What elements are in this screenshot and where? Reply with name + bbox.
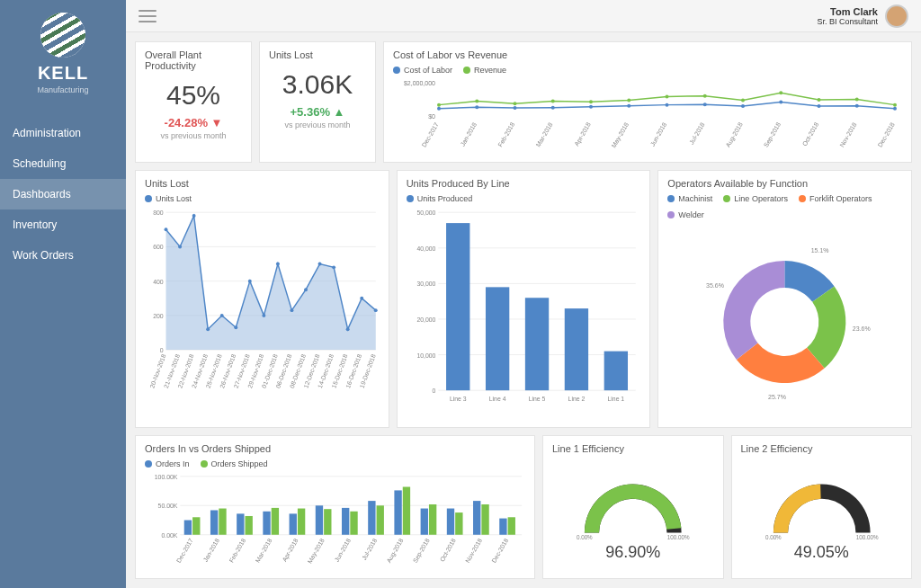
nav-item-inventory[interactable]: Inventory — [0, 209, 126, 240]
svg-text:50.00K: 50.00K — [158, 503, 178, 509]
user-block[interactable]: Tom Clark Sr. BI Consultant — [817, 4, 908, 28]
legend-item: Line Operators — [723, 194, 788, 203]
kpi-value: 3.06K — [269, 69, 366, 100]
svg-point-10 — [741, 104, 745, 108]
card-title: Units Lost — [145, 178, 380, 189]
svg-text:40,000: 40,000 — [416, 245, 435, 252]
svg-text:Line 2: Line 2 — [568, 396, 585, 402]
nav-item-administration[interactable]: Administration — [0, 118, 126, 148]
svg-rect-118 — [210, 510, 218, 534]
svg-text:Line 3: Line 3 — [450, 396, 467, 402]
user-name: Tom Clark — [817, 6, 878, 17]
svg-rect-134 — [350, 512, 357, 535]
legend-item: Welder — [667, 210, 703, 219]
svg-text:Aug-2018: Aug-2018 — [386, 538, 406, 565]
svg-point-4 — [514, 106, 517, 110]
card-orders: Orders In vs Orders Shipped Orders In Or… — [135, 435, 535, 579]
legend: Cost of Labor Revenue — [393, 66, 902, 75]
svg-point-14 — [893, 107, 897, 111]
svg-rect-122 — [245, 516, 252, 535]
svg-text:$0: $0 — [428, 113, 435, 120]
svg-text:Feb-2018: Feb-2018 — [496, 121, 515, 148]
card-line2-eff: Line 2 Efficiency 0.00%100.00% 49.05% — [731, 435, 913, 579]
svg-rect-130 — [316, 505, 323, 534]
svg-point-63 — [332, 265, 335, 269]
svg-point-24 — [779, 91, 782, 94]
svg-text:Dec-2018: Dec-2018 — [490, 538, 509, 564]
svg-text:May-2018: May-2018 — [307, 538, 326, 566]
legend-item: Units Produced — [407, 194, 473, 203]
svg-point-51 — [165, 227, 168, 231]
nav-item-work-orders[interactable]: Work Orders — [0, 240, 126, 271]
svg-point-2 — [437, 107, 441, 111]
svg-text:Apr-2018: Apr-2018 — [573, 121, 592, 147]
nav-item-scheduling[interactable]: Scheduling — [0, 148, 126, 179]
kpi-delta: -24.28% ▼ — [145, 116, 242, 129]
svg-rect-127 — [290, 513, 297, 534]
svg-point-27 — [893, 103, 897, 107]
card-title: Line 2 Efficiency — [741, 443, 903, 454]
svg-point-17 — [514, 102, 517, 105]
svg-text:Jun-2018: Jun-2018 — [649, 121, 668, 147]
card-operators: Operators Available by Function Machinis… — [657, 170, 912, 428]
svg-text:200: 200 — [153, 313, 164, 319]
svg-rect-131 — [324, 509, 331, 535]
svg-point-13 — [855, 104, 859, 108]
svg-point-6 — [589, 105, 593, 109]
svg-text:30,000: 30,000 — [416, 281, 435, 287]
svg-rect-145 — [447, 509, 454, 535]
nav-item-dashboards[interactable]: Dashboards — [0, 179, 126, 209]
legend-item: Orders Shipped — [201, 459, 268, 468]
svg-text:0.00%: 0.00% — [765, 534, 781, 540]
legend-item: Revenue — [463, 66, 506, 75]
svg-rect-116 — [192, 517, 200, 534]
svg-rect-115 — [184, 521, 192, 535]
svg-rect-140 — [403, 487, 410, 535]
svg-text:Aug-2018: Aug-2018 — [725, 121, 745, 148]
sidebar: KELL Manufacturing AdministrationSchedul… — [0, 0, 126, 588]
svg-point-12 — [818, 104, 821, 108]
svg-text:100.00K: 100.00K — [155, 474, 178, 480]
svg-rect-121 — [237, 513, 244, 534]
svg-text:Dec-2018: Dec-2018 — [877, 121, 896, 148]
svg-rect-146 — [455, 512, 462, 535]
svg-rect-95 — [446, 223, 469, 390]
svg-point-5 — [551, 106, 555, 110]
svg-text:Jul-2018: Jul-2018 — [688, 121, 706, 146]
row-kpi: Overall Plant Productivity 45% -24.28% ▼… — [135, 41, 912, 163]
card-title: Units Lost — [269, 49, 366, 60]
svg-rect-137 — [377, 505, 384, 534]
legend: Units Lost — [145, 194, 380, 203]
svg-rect-148 — [473, 501, 480, 535]
svg-text:20,000: 20,000 — [416, 316, 435, 323]
row-middle: Units Lost Units Lost 020040060080020-No… — [135, 170, 912, 428]
hamburger-icon[interactable] — [139, 10, 156, 22]
gauge-line1: 0.00%100.00% — [552, 458, 714, 543]
brand-logo-icon — [40, 13, 85, 58]
svg-text:Oct-2018: Oct-2018 — [439, 538, 457, 563]
svg-rect-97 — [486, 287, 509, 390]
card-line1-eff: Line 1 Efficiency 0.00%100.00% 96.90% — [542, 435, 724, 579]
chart-operators: 15.1%23.6%25.7%35.6% — [667, 223, 902, 412]
svg-text:Sep-2018: Sep-2018 — [412, 538, 432, 565]
card-units-lost-trend: Units Lost Units Lost 020040060080020-No… — [135, 170, 389, 428]
content: Overall Plant Productivity 45% -24.28% ▼… — [126, 32, 921, 588]
brand-sub: Manufacturing — [9, 85, 117, 94]
svg-text:Mar-2018: Mar-2018 — [535, 121, 554, 148]
svg-text:Jan-2018: Jan-2018 — [459, 121, 478, 147]
svg-text:400: 400 — [153, 279, 164, 285]
svg-point-65 — [360, 297, 363, 300]
svg-point-25 — [818, 98, 821, 102]
svg-rect-136 — [368, 501, 375, 535]
legend-item: Cost of Labor — [393, 66, 452, 75]
svg-point-11 — [779, 101, 782, 104]
svg-text:Oct-2018: Oct-2018 — [801, 121, 820, 147]
svg-point-21 — [666, 94, 669, 98]
chart-units-lost: 020040060080020-Nov-201821-Nov-201822-No… — [145, 207, 380, 414]
svg-text:600: 600 — [153, 244, 164, 250]
kpi-delta: +5.36% ▲ — [269, 105, 366, 119]
svg-point-57 — [248, 280, 252, 283]
svg-point-59 — [276, 263, 280, 266]
svg-text:Apr-2018: Apr-2018 — [281, 538, 300, 564]
svg-text:50,000: 50,000 — [416, 209, 435, 216]
